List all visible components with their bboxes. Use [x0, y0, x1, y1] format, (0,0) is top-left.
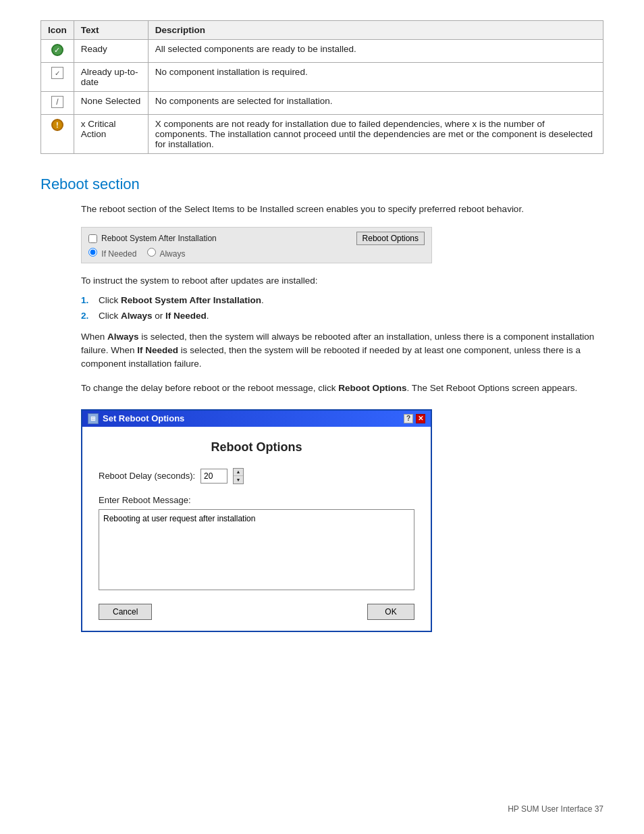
table-cell-icon — [41, 40, 74, 63]
ready-icon — [51, 44, 63, 56]
set-reboot-options-dialog: ⊞ Set Reboot Options ? ✕ Reboot Options … — [81, 409, 432, 632]
table-row: None Selected No components are selected… — [41, 92, 603, 115]
table-cell-text: Already up-to-date — [74, 63, 148, 92]
ok-button[interactable]: OK — [367, 604, 414, 620]
delay-input[interactable] — [200, 469, 227, 484]
critical-icon — [51, 119, 63, 131]
reboot-options-button[interactable]: Reboot Options — [356, 232, 425, 245]
table-cell-text: x Critical Action — [74, 115, 148, 154]
dialog-titlebar: ⊞ Set Reboot Options ? ✕ — [82, 411, 431, 427]
dialog-close-button[interactable]: ✕ — [416, 414, 425, 423]
reboot-checkbox-label: Reboot System After Installation — [101, 234, 217, 243]
table-cell-description: All selected components are ready to be … — [148, 40, 603, 63]
radio-always[interactable]: Always — [147, 249, 186, 259]
dialog-title: Set Reboot Options — [103, 413, 184, 423]
table-row: x Critical Action X components are not r… — [41, 115, 603, 154]
table-cell-description: No component installation is required. — [148, 63, 603, 92]
table-cell-text: Ready — [74, 40, 148, 63]
list-item: 2. Click Always or If Needed. — [81, 311, 603, 321]
table-cell-icon — [41, 92, 74, 115]
none-icon — [51, 96, 63, 108]
reboot-checkbox[interactable] — [88, 234, 97, 243]
table-cell-description: No components are selected for installat… — [148, 92, 603, 115]
spinner-up-arrow[interactable]: ▲ — [234, 469, 243, 476]
message-label: Enter Reboot Message: — [99, 495, 414, 505]
table-row: Ready All selected components are ready … — [41, 40, 603, 63]
dialog-titlebar-icons: ? ✕ — [404, 414, 425, 423]
dialog-app-icon: ⊞ — [88, 413, 99, 424]
table-header-icon: Icon — [41, 21, 74, 40]
section-intro: The reboot section of the Select Items t… — [81, 203, 603, 216]
paragraph-always: When Always is selected, then the system… — [81, 330, 603, 371]
paragraph-reboot-options: To change the delay before reboot or the… — [81, 382, 603, 395]
numbered-list: 1. Click Reboot System After Installatio… — [81, 295, 603, 321]
dialog-main-title: Reboot Options — [99, 440, 414, 454]
table-row: Already up-to-date No component installa… — [41, 63, 603, 92]
status-icon-table: Icon Text Description Ready All selected… — [41, 20, 603, 154]
step-number: 1. — [81, 295, 93, 305]
dialog-body: Reboot Options Reboot Delay (seconds): ▲… — [82, 427, 431, 631]
delay-label: Reboot Delay (seconds): — [99, 471, 195, 481]
delay-spinner[interactable]: ▲ ▼ — [233, 468, 244, 484]
table-header-description: Description — [148, 21, 603, 40]
table-cell-text: None Selected — [74, 92, 148, 115]
step-text: Click Reboot System After Installation. — [99, 295, 264, 305]
step-text: Click Always or If Needed. — [99, 311, 209, 321]
table-cell-icon — [41, 63, 74, 92]
page-footer: HP SUM User Interface 37 — [508, 804, 603, 814]
table-cell-description: X components are not ready for installat… — [148, 115, 603, 154]
cancel-button[interactable]: Cancel — [99, 604, 152, 620]
uptodate-icon — [51, 67, 63, 79]
radio-if-needed[interactable]: If Needed — [88, 249, 139, 259]
instruction-header: To instruct the system to reboot after u… — [81, 274, 603, 288]
list-item: 1. Click Reboot System After Installatio… — [81, 295, 603, 305]
table-cell-icon — [41, 115, 74, 154]
dialog-help-button[interactable]: ? — [404, 414, 413, 423]
table-header-text: Text — [74, 21, 148, 40]
dialog-button-row: Cancel OK — [99, 604, 414, 620]
reboot-panel-screenshot: Reboot System After Installation Reboot … — [81, 227, 432, 263]
spinner-down-arrow[interactable]: ▼ — [234, 476, 243, 484]
reboot-message-textarea[interactable]: Rebooting at user request after installa… — [99, 509, 414, 590]
reboot-checkbox-row: Reboot System After Installation — [88, 234, 217, 243]
section-heading: Reboot section — [41, 176, 603, 193]
delay-field-row: Reboot Delay (seconds): ▲ ▼ — [99, 468, 414, 484]
step-number: 2. — [81, 311, 93, 321]
